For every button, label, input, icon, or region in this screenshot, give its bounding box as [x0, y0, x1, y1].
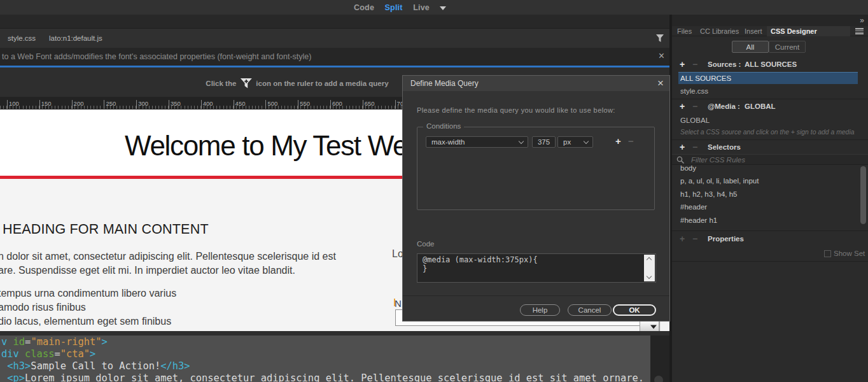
collapse-panels-icon[interactable]: » [860, 16, 863, 25]
source-item-all-sources[interactable]: ALL SOURCES [678, 72, 858, 84]
selector-list: bodyp, a, ul, ol, li, label, inputh1, h2… [672, 165, 868, 230]
ruler-label: 450 [235, 100, 246, 107]
dialog-code-box[interactable]: @media (max-width:375px){ } [417, 253, 656, 283]
tab-css-designer[interactable]: CSS Designer [771, 26, 817, 36]
source-item-stylecss[interactable]: style.css [678, 85, 858, 97]
code-view-scrollbar[interactable] [650, 336, 670, 382]
code-view[interactable]: v id="main-right">div class="cta"> <h3>S… [0, 336, 650, 382]
show-set-checkbox[interactable] [824, 250, 831, 257]
chevron-down-icon [584, 139, 589, 144]
ruler-major-tick [169, 100, 169, 109]
properties-section-title: Properties [708, 234, 744, 244]
tab-cc-libraries[interactable]: CC Libraries [700, 26, 739, 36]
selector-list-divider [672, 230, 868, 231]
ruler-label: 250 [106, 100, 116, 107]
ok-button[interactable]: OK [613, 304, 656, 316]
page-list-item: dio lacus, elementum eget sem finibus [0, 316, 171, 327]
ruler-major-tick [39, 100, 40, 109]
selector-scrollbar-thumb[interactable] [860, 166, 866, 224]
add-source-button[interactable]: + [680, 59, 685, 70]
ruler-major-tick [395, 100, 396, 109]
scroll-up-icon[interactable] [647, 257, 652, 262]
scope-all-button[interactable]: All [732, 41, 769, 53]
filter-related-files-icon[interactable] [655, 34, 664, 43]
dialog-title: Define Media Query [410, 76, 479, 91]
condition-unit-dropdown[interactable]: px [557, 136, 593, 148]
media-query-hint-content: Click the icon on the ruler to add a med… [206, 69, 388, 97]
remove-selector-button[interactable]: − [692, 142, 697, 153]
related-file-stylecss[interactable]: style.css [8, 29, 36, 48]
page-paragraph-line: n dolor sit amet, consectetur adipiscing… [0, 251, 336, 262]
page-form-label: N [395, 298, 402, 309]
view-mode-switcher: Code Split Live [354, 0, 446, 15]
condition-property-value: max-width [431, 138, 465, 146]
dreamweaver-window: Code Split Live style.css lato:n1:defaul… [0, 0, 868, 382]
ruler-label: 650 [365, 100, 375, 107]
conditions-legend: Conditions [423, 122, 464, 130]
condition-property-dropdown[interactable]: max-width [426, 136, 528, 148]
panel-menu-icon[interactable] [855, 28, 864, 34]
help-button[interactable]: Help [520, 304, 560, 316]
ruler-label: 150 [41, 100, 52, 107]
tab-split[interactable]: Split [385, 3, 403, 12]
dialog-code-scrollbar[interactable] [644, 255, 655, 281]
conditions-fieldset: Conditions max-width 375 px + − [417, 127, 655, 210]
media-section-title: @Media : [708, 101, 740, 112]
ruler-label: 600 [332, 100, 342, 107]
ruler-label: 200 [74, 100, 84, 107]
page-subheading: HEADING FOR MAIN CONTENT [3, 222, 209, 237]
sources-section-divider [672, 99, 868, 99]
tab-code[interactable]: Code [354, 3, 374, 12]
code-scrollbar-thumb[interactable] [654, 376, 663, 382]
scope-current-button[interactable]: Current [769, 41, 806, 53]
selector-item[interactable]: body [678, 165, 859, 174]
dialog-close-icon[interactable]: × [657, 76, 664, 91]
add-property-button[interactable]: + [680, 234, 685, 244]
add-selector-button[interactable]: + [680, 142, 685, 153]
sources-section-title: Sources : [708, 59, 741, 70]
code-line: div class="cta"> [1, 348, 95, 360]
dialog-title-bar[interactable]: Define Media Query × [403, 76, 669, 91]
code-line: v id="main-right"> [1, 336, 108, 348]
add-media-button[interactable]: + [680, 101, 685, 112]
ruler-major-tick [265, 100, 266, 109]
selector-filter-box[interactable]: Filter CSS Rules [672, 154, 868, 165]
condition-value-input[interactable]: 375 [532, 136, 556, 148]
media-item-global[interactable]: GLOBAL [678, 114, 858, 126]
page-side-text: Lo [392, 248, 403, 260]
media-section-header: + − @Media : GLOBAL [672, 101, 868, 112]
scroll-down-icon[interactable] [647, 274, 652, 279]
tab-files[interactable]: Files [677, 26, 692, 36]
related-file-lato[interactable]: lato:n1:default.js [49, 29, 102, 48]
ruler-label: 400 [203, 100, 213, 107]
tab-insert[interactable]: Insert [745, 26, 762, 36]
page-list-item: amodo risus finibus [0, 302, 86, 313]
related-files-bar: style.css lato:n1:default.js [0, 29, 669, 48]
selector-item[interactable]: #header h1 [678, 214, 859, 227]
selector-item[interactable]: p, a, ul, ol, li, label, input [678, 174, 859, 187]
info-bar-close-icon[interactable]: × [659, 50, 664, 62]
split-divider[interactable] [0, 331, 669, 336]
ruler-major-tick [7, 100, 8, 109]
panel-header-strip: » [672, 15, 868, 26]
sources-section-value: ALL SOURCES [745, 59, 797, 70]
add-condition-button[interactable]: + [615, 136, 621, 146]
tab-live[interactable]: Live [413, 3, 430, 12]
remove-source-button[interactable]: − [692, 59, 697, 70]
media-section-value: GLOBAL [745, 101, 776, 112]
remove-property-button[interactable]: − [692, 234, 697, 244]
remove-media-button[interactable]: − [692, 101, 697, 112]
media-section-hint: Select a CSS source and click on the + s… [680, 129, 858, 136]
selector-item[interactable]: #header [678, 201, 859, 213]
page-list-item: tempus urna condimentum libero varius [0, 288, 176, 299]
chevron-down-icon[interactable] [440, 6, 446, 10]
cancel-button[interactable]: Cancel [568, 304, 612, 316]
dialog-code-text: @media (max-width:375px){ } [423, 256, 538, 273]
page-select[interactable] [640, 320, 659, 331]
document-tab-strip [0, 15, 669, 29]
ruler-major-tick [104, 100, 104, 109]
info-bar: to a Web Font adds/modifies the font's a… [0, 48, 669, 66]
page-paragraph-line: are. Suspendisse eget elit mi. In imperd… [0, 265, 295, 276]
selector-item[interactable]: h1, h2, h3, h4, h5 [678, 188, 859, 201]
remove-condition-button[interactable]: − [628, 136, 634, 146]
